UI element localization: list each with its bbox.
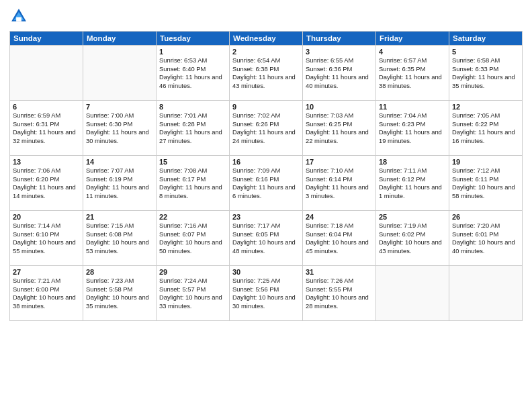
calendar-cell: 22Sunrise: 7:16 AMSunset: 6:07 PMDayligh… — [157, 211, 230, 266]
calendar-cell: 13Sunrise: 7:06 AMSunset: 6:20 PMDayligh… — [10, 156, 83, 211]
day-info: Sunrise: 7:19 AMSunset: 6:02 PMDaylight:… — [379, 222, 446, 256]
day-info: Sunrise: 7:17 AMSunset: 6:05 PMDaylight:… — [232, 222, 300, 256]
day-number: 14 — [86, 158, 153, 166]
calendar-cell: 7Sunrise: 7:00 AMSunset: 6:30 PMDaylight… — [83, 101, 157, 156]
day-number: 26 — [452, 213, 519, 221]
day-number: 6 — [13, 103, 80, 111]
day-number: 21 — [86, 213, 153, 221]
day-info: Sunrise: 7:24 AMSunset: 5:57 PMDaylight:… — [159, 277, 226, 311]
day-info: Sunrise: 7:16 AMSunset: 6:07 PMDaylight:… — [159, 222, 226, 256]
day-info: Sunrise: 7:25 AMSunset: 5:56 PMDaylight:… — [232, 277, 300, 311]
calendar-cell: 3Sunrise: 6:55 AMSunset: 6:36 PMDaylight… — [303, 46, 376, 101]
calendar-week-4: 20Sunrise: 7:14 AMSunset: 6:10 PMDayligh… — [10, 211, 523, 266]
day-number: 5 — [452, 48, 519, 56]
day-info: Sunrise: 7:10 AMSunset: 6:14 PMDaylight:… — [306, 167, 373, 201]
calendar-header-wednesday: Wednesday — [230, 32, 303, 46]
day-number: 30 — [232, 268, 300, 276]
day-info: Sunrise: 6:54 AMSunset: 6:38 PMDaylight:… — [232, 56, 300, 91]
calendar-cell — [10, 46, 83, 101]
day-info: Sunrise: 7:02 AMSunset: 6:26 PMDaylight:… — [232, 111, 300, 146]
calendar-cell: 2Sunrise: 6:54 AMSunset: 6:38 PMDaylight… — [230, 46, 303, 101]
calendar-cell: 25Sunrise: 7:19 AMSunset: 6:02 PMDayligh… — [376, 211, 449, 266]
day-info: Sunrise: 7:23 AMSunset: 5:58 PMDaylight:… — [86, 277, 153, 311]
calendar-cell: 28Sunrise: 7:23 AMSunset: 5:58 PMDayligh… — [83, 266, 157, 321]
day-info: Sunrise: 6:59 AMSunset: 6:31 PMDaylight:… — [13, 111, 80, 146]
day-info: Sunrise: 7:09 AMSunset: 6:16 PMDaylight:… — [232, 167, 300, 201]
day-number: 10 — [306, 103, 373, 111]
calendar-cell: 19Sunrise: 7:12 AMSunset: 6:11 PMDayligh… — [449, 156, 523, 211]
calendar-cell: 5Sunrise: 6:58 AMSunset: 6:33 PMDaylight… — [449, 46, 523, 101]
calendar-header-row: SundayMondayTuesdayWednesdayThursdayFrid… — [10, 32, 523, 46]
logo-icon — [9, 7, 28, 26]
calendar-header-friday: Friday — [376, 32, 449, 46]
svg-rect-2 — [16, 17, 21, 21]
day-info: Sunrise: 7:12 AMSunset: 6:11 PMDaylight:… — [452, 167, 519, 201]
calendar-cell: 1Sunrise: 6:53 AMSunset: 6:40 PMDaylight… — [157, 46, 230, 101]
day-info: Sunrise: 7:18 AMSunset: 6:04 PMDaylight:… — [306, 222, 373, 256]
calendar-cell: 14Sunrise: 7:07 AMSunset: 6:19 PMDayligh… — [83, 156, 157, 211]
day-number: 4 — [379, 48, 446, 56]
day-info: Sunrise: 7:08 AMSunset: 6:17 PMDaylight:… — [159, 167, 226, 201]
calendar-cell: 23Sunrise: 7:17 AMSunset: 6:05 PMDayligh… — [230, 211, 303, 266]
day-number: 16 — [232, 158, 300, 166]
calendar-cell: 10Sunrise: 7:03 AMSunset: 6:25 PMDayligh… — [303, 101, 376, 156]
day-number: 19 — [452, 158, 519, 166]
calendar-cell: 24Sunrise: 7:18 AMSunset: 6:04 PMDayligh… — [303, 211, 376, 266]
day-info: Sunrise: 7:01 AMSunset: 6:28 PMDaylight:… — [159, 111, 226, 146]
day-info: Sunrise: 7:06 AMSunset: 6:20 PMDaylight:… — [13, 167, 80, 201]
day-info: Sunrise: 7:04 AMSunset: 6:23 PMDaylight:… — [379, 111, 446, 146]
day-info: Sunrise: 7:15 AMSunset: 6:08 PMDaylight:… — [86, 222, 153, 256]
day-number: 9 — [232, 103, 300, 111]
day-info: Sunrise: 7:14 AMSunset: 6:10 PMDaylight:… — [13, 222, 80, 256]
day-number: 11 — [379, 103, 446, 111]
calendar-cell — [83, 46, 157, 101]
day-info: Sunrise: 7:20 AMSunset: 6:01 PMDaylight:… — [452, 222, 519, 256]
day-number: 20 — [13, 213, 80, 221]
day-info: Sunrise: 6:58 AMSunset: 6:33 PMDaylight:… — [452, 56, 519, 91]
day-info: Sunrise: 6:55 AMSunset: 6:36 PMDaylight:… — [306, 56, 373, 91]
day-info: Sunrise: 7:03 AMSunset: 6:25 PMDaylight:… — [306, 111, 373, 146]
day-info: Sunrise: 6:57 AMSunset: 6:35 PMDaylight:… — [379, 56, 446, 91]
day-number: 15 — [159, 158, 226, 166]
calendar-cell: 26Sunrise: 7:20 AMSunset: 6:01 PMDayligh… — [449, 211, 523, 266]
day-number: 8 — [159, 103, 226, 111]
calendar-cell: 4Sunrise: 6:57 AMSunset: 6:35 PMDaylight… — [376, 46, 449, 101]
day-number: 2 — [232, 48, 300, 56]
day-number: 3 — [306, 48, 373, 56]
calendar-cell: 8Sunrise: 7:01 AMSunset: 6:28 PMDaylight… — [157, 101, 230, 156]
day-number: 27 — [13, 268, 80, 276]
day-number: 31 — [306, 268, 373, 276]
calendar-table: SundayMondayTuesdayWednesdayThursdayFrid… — [9, 31, 523, 321]
day-number: 1 — [159, 48, 226, 56]
calendar-cell: 31Sunrise: 7:26 AMSunset: 5:55 PMDayligh… — [303, 266, 376, 321]
calendar-header-sunday: Sunday — [10, 32, 83, 46]
day-info: Sunrise: 7:21 AMSunset: 6:00 PMDaylight:… — [13, 277, 80, 311]
calendar-cell: 17Sunrise: 7:10 AMSunset: 6:14 PMDayligh… — [303, 156, 376, 211]
day-number: 25 — [379, 213, 446, 221]
calendar-header-monday: Monday — [83, 32, 157, 46]
calendar-week-2: 6Sunrise: 6:59 AMSunset: 6:31 PMDaylight… — [10, 101, 523, 156]
calendar-cell: 20Sunrise: 7:14 AMSunset: 6:10 PMDayligh… — [10, 211, 83, 266]
header — [9, 7, 523, 26]
calendar-cell: 18Sunrise: 7:11 AMSunset: 6:12 PMDayligh… — [376, 156, 449, 211]
day-info: Sunrise: 6:53 AMSunset: 6:40 PMDaylight:… — [159, 56, 226, 91]
calendar-cell: 21Sunrise: 7:15 AMSunset: 6:08 PMDayligh… — [83, 211, 157, 266]
day-number: 12 — [452, 103, 519, 111]
day-info: Sunrise: 7:11 AMSunset: 6:12 PMDaylight:… — [379, 167, 446, 201]
calendar-cell: 12Sunrise: 7:05 AMSunset: 6:22 PMDayligh… — [449, 101, 523, 156]
day-info: Sunrise: 7:00 AMSunset: 6:30 PMDaylight:… — [86, 111, 153, 146]
day-info: Sunrise: 7:07 AMSunset: 6:19 PMDaylight:… — [86, 167, 153, 201]
calendar-week-5: 27Sunrise: 7:21 AMSunset: 6:00 PMDayligh… — [10, 266, 523, 321]
calendar-header-tuesday: Tuesday — [157, 32, 230, 46]
calendar-cell: 27Sunrise: 7:21 AMSunset: 6:00 PMDayligh… — [10, 266, 83, 321]
calendar-cell: 6Sunrise: 6:59 AMSunset: 6:31 PMDaylight… — [10, 101, 83, 156]
day-number: 29 — [159, 268, 226, 276]
calendar-cell: 15Sunrise: 7:08 AMSunset: 6:17 PMDayligh… — [157, 156, 230, 211]
day-number: 28 — [86, 268, 153, 276]
day-number: 18 — [379, 158, 446, 166]
day-number: 22 — [159, 213, 226, 221]
calendar-week-1: 1Sunrise: 6:53 AMSunset: 6:40 PMDaylight… — [10, 46, 523, 101]
day-info: Sunrise: 7:05 AMSunset: 6:22 PMDaylight:… — [452, 111, 519, 146]
calendar-cell: 30Sunrise: 7:25 AMSunset: 5:56 PMDayligh… — [230, 266, 303, 321]
page: SundayMondayTuesdayWednesdayThursdayFrid… — [0, 0, 532, 411]
